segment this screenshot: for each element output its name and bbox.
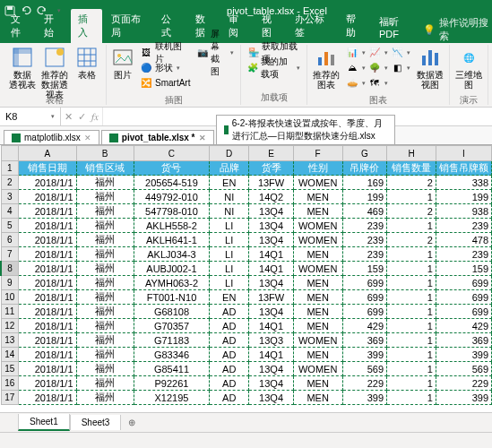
cell[interactable]: EN [210,290,249,305]
cell[interactable]: G85411 [134,362,209,376]
row-header[interactable]: 3 [1,190,19,204]
cell[interactable]: 13Q4 [249,276,293,290]
cell[interactable]: 福州 [76,247,134,262]
row-header[interactable]: 7 [1,247,19,262]
cell[interactable]: 福州 [76,333,134,348]
cell[interactable]: 福州 [76,233,134,247]
name-box[interactable]: K8▾ [0,108,61,125]
cell[interactable]: 福州 [76,219,134,233]
cell[interactable]: AKLJ034-3 [134,247,209,262]
cell[interactable]: 2 [387,233,436,247]
cell[interactable]: 1 [387,247,436,262]
cell[interactable]: 399 [436,391,491,405]
cell[interactable]: AD [210,376,249,391]
cell[interactable]: AKLH641-1 [134,233,209,247]
tab-formulas[interactable]: 公式 [154,9,186,43]
row-header[interactable]: 17 [1,391,19,405]
cell[interactable]: FT001-N10 [134,290,209,305]
tab-office[interactable]: 办公标签 [288,9,337,43]
pivot-table-button[interactable]: 数据 透视表 [7,45,38,93]
cell[interactable]: 369 [436,333,491,348]
tab-insert[interactable]: 插入 [71,9,102,43]
my-addins-button[interactable]: 🧩我的加载项▾ [245,60,303,75]
cell[interactable]: 399 [436,348,491,362]
cell[interactable]: NI [210,190,249,204]
cell[interactable]: 449792-010 [134,190,209,204]
cell[interactable]: 1 [387,333,436,348]
cell[interactable]: 1 [387,362,436,376]
cell[interactable]: 2 [387,204,436,219]
cell[interactable]: MEN [293,204,342,219]
cell[interactable]: 13Q4 [249,391,293,405]
cell[interactable]: 13FW [249,290,293,305]
header-cell[interactable]: 销售区域 [76,161,134,176]
cell[interactable]: X12195 [134,391,209,405]
workbook-tab-3[interactable]: 6-2-将报表快速设置成按年、季度、月进行汇总—日期型数据快速分组.xlsx [216,115,395,144]
undo-icon[interactable] [20,4,32,17]
cell[interactable]: MEN [293,391,342,405]
cell[interactable]: WOMEN [293,262,342,276]
spreadsheet-grid[interactable]: A B C D E F G H I 1销售日期销售区域货号品牌货季性别吊牌价销售… [0,145,492,405]
cell[interactable]: 229 [342,376,387,391]
col-header[interactable]: E [249,146,293,161]
cell[interactable]: 2018/1/1 [19,348,76,362]
recommended-charts-button[interactable]: 推荐的 图表 [311,45,341,93]
pivot-chart-button[interactable]: 数据透视图 [415,45,445,93]
cell[interactable]: 2018/1/1 [19,190,76,204]
new-sheet-button[interactable]: ⊕ [121,415,142,430]
fx-icon[interactable]: 𝑓𝑥 [91,111,99,123]
cell[interactable]: 169 [342,176,387,190]
cell[interactable]: WOMEN [293,233,342,247]
header-cell[interactable]: 销售日期 [19,161,76,176]
cell[interactable]: 福州 [76,391,134,405]
cell[interactable]: G70357 [134,319,209,333]
cell[interactable]: 13FW [249,176,293,190]
cell[interactable]: 福州 [76,262,134,276]
cell[interactable]: 399 [342,391,387,405]
header-cell[interactable]: 品牌 [210,161,249,176]
cell[interactable]: 1 [387,190,436,204]
row-header[interactable]: 5 [1,219,19,233]
cell[interactable]: 2018/1/1 [19,290,76,305]
cell[interactable]: 229 [436,376,491,391]
cell[interactable]: 2018/1/1 [19,176,76,190]
tab-help[interactable]: 帮助 [339,9,370,43]
cell[interactable]: 2018/1/1 [19,219,76,233]
cell[interactable]: MEN [293,276,342,290]
online-pictures-button[interactable]: 🖼联机图片 [137,45,193,60]
cell[interactable]: 2018/1/1 [19,204,76,219]
cell[interactable]: 福州 [76,376,134,391]
cell[interactable]: 13Q4 [249,305,293,319]
cell[interactable]: 338 [436,176,491,190]
row-header[interactable]: 4 [1,204,19,219]
cell[interactable]: 159 [436,262,491,276]
col-header[interactable]: H [387,146,436,161]
cell[interactable]: 205654-519 [134,176,209,190]
row-header[interactable]: 8 [1,262,19,276]
cell[interactable]: 699 [436,276,491,290]
cell[interactable]: 2018/1/1 [19,233,76,247]
redo-icon[interactable] [36,4,48,17]
row-header[interactable]: 14 [1,348,19,362]
cell[interactable]: 2018/1/1 [19,305,76,319]
cell[interactable]: P92261 [134,376,209,391]
header-cell[interactable]: 销售数量 [387,161,436,176]
chart-type-3[interactable]: 🥧▾🗺▾ [343,75,413,90]
close-icon[interactable]: ✕ [84,134,91,142]
cell[interactable]: AD [210,348,249,362]
cell[interactable]: 福州 [76,290,134,305]
cell[interactable]: 569 [436,362,491,376]
cell[interactable]: AYMH063-2 [134,276,209,290]
cell[interactable]: 478 [436,233,491,247]
cell[interactable]: 1 [387,348,436,362]
cell[interactable]: 239 [436,219,491,233]
screenshot-button[interactable]: 📷屏幕截图▾ [194,45,237,60]
cell[interactable]: LI [210,219,249,233]
cell[interactable]: 1 [387,391,436,405]
cell[interactable]: 199 [436,190,491,204]
cell[interactable]: MEN [293,319,342,333]
save-icon[interactable] [4,4,16,17]
cell[interactable]: 429 [436,319,491,333]
qat-more-icon[interactable]: ▾ [53,4,65,17]
cell[interactable]: LI [210,262,249,276]
